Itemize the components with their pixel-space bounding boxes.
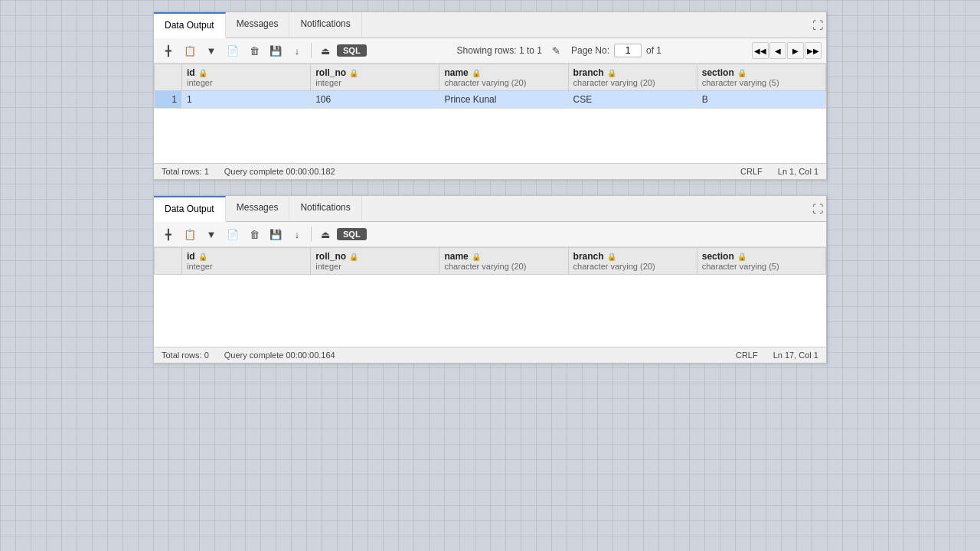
col-type-section-2: character varying (5) (702, 262, 821, 271)
expand-button-1[interactable]: ⛶ (809, 12, 826, 37)
col-name-branch-2: branch (573, 251, 604, 262)
lock-icon-roll-no-2: 🔒 (349, 253, 358, 261)
col-name-roll-no-2: roll_no (315, 251, 346, 262)
col-name-name-2: name (444, 251, 468, 262)
tab-messages-2[interactable]: Messages (226, 196, 290, 221)
col-name-section: section (702, 67, 734, 78)
next-page-button[interactable]: ▶ (787, 42, 804, 59)
total-rows-2: Total rows: 0 (162, 350, 209, 360)
col-header-branch-2: branch 🔒 character varying (20) (568, 248, 697, 275)
download-button-2[interactable]: ↓ (287, 225, 307, 243)
crlf-label-2: CRLF (736, 350, 758, 360)
col-header-roll-no: roll_no 🔒 integer (311, 64, 439, 91)
separator-1 (311, 43, 312, 58)
col-header-branch: branch 🔒 character varying (20) (568, 64, 697, 91)
last-page-button[interactable]: ▶▶ (805, 42, 822, 59)
tab-notifications-2[interactable]: Notifications (289, 196, 361, 221)
col-type-name-2: character varying (20) (444, 262, 563, 271)
sql-button[interactable]: SQL (337, 44, 367, 57)
table-row[interactable]: 1 1 106 Prince Kunal CSE B (155, 91, 826, 109)
col-name-branch: branch (573, 67, 604, 78)
panel-2: Data Output Messages Notifications ⛶ ╋ 📋… (153, 195, 827, 364)
total-rows-1: Total rows: 1 (162, 167, 209, 176)
status-bar-2: Total rows: 0 Query complete 00:00:00.16… (154, 347, 826, 363)
row-number-header-2 (155, 248, 182, 275)
lock-icon-name-2: 🔒 (472, 253, 481, 261)
col-type-id-2: integer (187, 262, 305, 271)
col-type-name: character varying (20) (444, 78, 563, 87)
data-table-2: id 🔒 integer roll_no 🔒 integer name 🔒 ch… (154, 247, 826, 275)
save-button[interactable]: 💾 (266, 41, 286, 60)
col-name-name: name (444, 67, 468, 78)
tab-messages-1[interactable]: Messages (226, 12, 290, 37)
col-header-name: name 🔒 character varying (20) (439, 64, 568, 91)
tab-bar-2: Data Output Messages Notifications ⛶ (154, 196, 826, 222)
row-info: Showing rows: 1 to 1 ✎ Page No: of 1 (368, 41, 750, 60)
cell-id: 1 (182, 91, 311, 109)
copy-dropdown-button-2[interactable]: ▼ (201, 225, 221, 243)
lock-icon-branch: 🔒 (607, 69, 616, 77)
col-type-id: integer (187, 78, 305, 87)
copy-button[interactable]: 📋 (180, 41, 200, 60)
lock-icon-section: 🔒 (737, 69, 746, 77)
sql-button-2[interactable]: SQL (337, 228, 367, 240)
delete-button[interactable]: 🗑 (244, 41, 264, 60)
row-number-header (155, 64, 182, 91)
toolbar-2: ╋ 📋 ▼ 📄 🗑 💾 ↓ ⏏ SQL (154, 222, 826, 247)
save-button-2[interactable]: 💾 (266, 225, 286, 243)
chart-button[interactable]: ⏏ (315, 41, 335, 60)
position-label-2: Ln 17, Col 1 (773, 350, 818, 360)
col-type-branch: character varying (20) (573, 78, 692, 87)
table-container-2: id 🔒 integer roll_no 🔒 integer name 🔒 ch… (154, 247, 826, 347)
col-type-roll-no-2: integer (315, 262, 434, 271)
cell-name: Prince Kunal (439, 91, 568, 109)
edit-filter-button[interactable]: ✎ (547, 41, 567, 60)
col-name-section-2: section (702, 251, 734, 262)
col-header-id-2: id 🔒 integer (182, 248, 311, 275)
first-page-button[interactable]: ◀◀ (752, 42, 769, 59)
separator-2 (311, 227, 312, 242)
query-status-1: Query complete 00:00:00.182 (224, 167, 335, 176)
copy-dropdown-button[interactable]: ▼ (201, 41, 221, 60)
delete-button-2[interactable]: 🗑 (244, 225, 264, 243)
col-name-id: id (187, 67, 195, 78)
col-name-id-2: id (187, 251, 195, 262)
col-header-roll-no-2: roll_no 🔒 integer (311, 248, 439, 275)
expand-button-2[interactable]: ⛶ (809, 196, 826, 221)
crlf-label-1: CRLF (740, 167, 763, 176)
page-no-label: Page No: (571, 45, 609, 56)
chart-button-2[interactable]: ⏏ (315, 225, 335, 243)
of-label: of 1 (646, 45, 662, 56)
paste-button-2[interactable]: 📄 (223, 225, 243, 243)
query-status-2: Query complete 00:00:00.164 (224, 350, 335, 360)
lock-icon-id: 🔒 (198, 69, 207, 77)
copy-button-2[interactable]: 📋 (180, 225, 200, 243)
position-label-1: Ln 1, Col 1 (778, 167, 818, 176)
tab-bar-1: Data Output Messages Notifications ⛶ (154, 12, 826, 38)
col-header-section: section 🔒 character varying (5) (697, 64, 825, 91)
col-header-id: id 🔒 integer (182, 64, 311, 91)
add-row-button[interactable]: ╋ (158, 41, 178, 60)
lock-icon-branch-2: 🔒 (607, 253, 616, 261)
column-header-row-2: id 🔒 integer roll_no 🔒 integer name 🔒 ch… (155, 248, 826, 275)
status-right-2: CRLF Ln 17, Col 1 (736, 350, 818, 360)
lock-icon-name: 🔒 (472, 69, 481, 77)
status-right-1: CRLF Ln 1, Col 1 (740, 167, 818, 176)
page-number-input[interactable] (614, 44, 642, 57)
tab-notifications-1[interactable]: Notifications (289, 12, 361, 37)
paste-button[interactable]: 📄 (223, 41, 243, 60)
panel-1: Data Output Messages Notifications ⛶ ╋ 📋… (153, 11, 827, 180)
column-header-row-1: id 🔒 integer roll_no 🔒 integer name 🔒 ch… (155, 64, 826, 91)
tab-data-output-1[interactable]: Data Output (154, 12, 226, 38)
col-header-name-2: name 🔒 character varying (20) (439, 248, 568, 275)
prev-page-button[interactable]: ◀ (769, 42, 786, 59)
tab-data-output-2[interactable]: Data Output (154, 196, 226, 222)
showing-rows-label: Showing rows: 1 to 1 (457, 45, 542, 56)
table-container-1: id 🔒 integer roll_no 🔒 integer name 🔒 ch… (154, 64, 826, 163)
col-type-section: character varying (5) (702, 78, 821, 87)
add-row-button-2[interactable]: ╋ (158, 225, 178, 243)
toolbar-1: ╋ 📋 ▼ 📄 🗑 💾 ↓ ⏏ SQL Showing rows: 1 to 1… (154, 38, 826, 64)
lock-icon-roll-no: 🔒 (349, 69, 358, 77)
col-header-section-2: section 🔒 character varying (5) (697, 248, 825, 275)
download-button[interactable]: ↓ (287, 41, 307, 60)
